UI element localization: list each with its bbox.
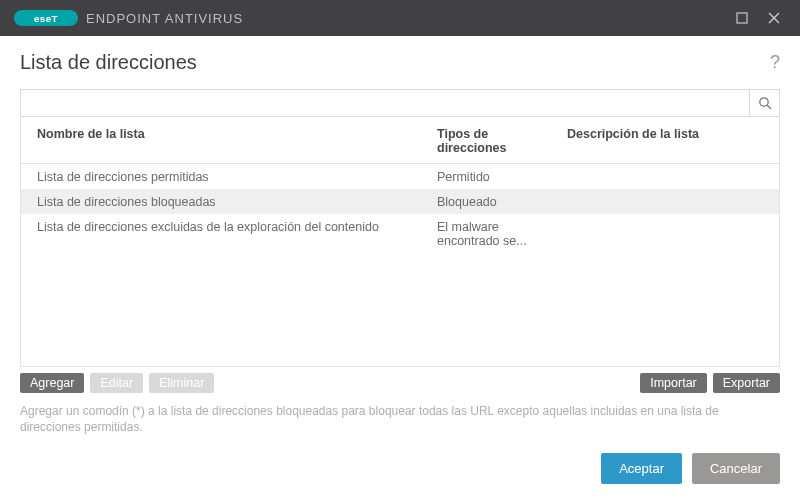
table-header: Nombre de la lista Tipos de direcciones … <box>21 119 779 164</box>
search-input[interactable] <box>21 90 749 116</box>
import-button[interactable]: Importar <box>640 373 707 393</box>
table-row[interactable]: Lista de direcciones bloqueadasBloqueado <box>21 189 779 214</box>
brand-logo: eseT <box>14 10 78 26</box>
hint-text: Agregar un comodín (*) a la lista de dir… <box>20 403 780 435</box>
delete-button[interactable]: Eliminar <box>149 373 214 393</box>
cell-type: El malware encontrado se... <box>421 214 551 253</box>
column-header-name[interactable]: Nombre de la lista <box>21 119 421 163</box>
address-list-table: Nombre de la lista Tipos de direcciones … <box>20 119 780 367</box>
edit-button[interactable]: Editar <box>90 373 143 393</box>
svg-rect-2 <box>737 13 747 23</box>
table-row[interactable]: Lista de direcciones permitidasPermitido <box>21 164 779 189</box>
page-title: Lista de direcciones <box>20 51 197 74</box>
help-icon[interactable]: ? <box>764 50 780 75</box>
titlebar: eseT ENDPOINT ANTIVIRUS <box>0 0 800 36</box>
search-button[interactable] <box>749 90 779 116</box>
cell-desc <box>551 214 779 253</box>
cell-type: Permitido <box>421 164 551 189</box>
table-row[interactable]: Lista de direcciones excluidas de la exp… <box>21 214 779 253</box>
footer-buttons: Aceptar Cancelar <box>20 435 780 484</box>
svg-line-6 <box>767 105 771 109</box>
svg-text:eseT: eseT <box>34 13 58 24</box>
cell-type: Bloqueado <box>421 189 551 214</box>
cell-name: Lista de direcciones excluidas de la exp… <box>21 214 421 253</box>
brand-text: ENDPOINT ANTIVIRUS <box>86 11 243 26</box>
cell-name: Lista de direcciones permitidas <box>21 164 421 189</box>
cell-desc <box>551 189 779 214</box>
cell-name: Lista de direcciones bloqueadas <box>21 189 421 214</box>
ok-button[interactable]: Aceptar <box>601 453 682 484</box>
column-header-type[interactable]: Tipos de direcciones <box>421 119 551 163</box>
svg-point-5 <box>759 98 767 106</box>
column-header-desc[interactable]: Descripción de la lista <box>551 119 779 163</box>
cell-desc <box>551 164 779 189</box>
action-row: Agregar Editar Eliminar Importar Exporta… <box>20 367 780 393</box>
app-window: eseT ENDPOINT ANTIVIRUS Lista de direcci… <box>0 0 800 500</box>
search-row <box>20 89 780 117</box>
cancel-button[interactable]: Cancelar <box>692 453 780 484</box>
table-body: Lista de direcciones permitidasPermitido… <box>21 164 779 366</box>
minimize-button[interactable] <box>726 0 758 36</box>
add-button[interactable]: Agregar <box>20 373 84 393</box>
export-button[interactable]: Exportar <box>713 373 780 393</box>
content-area: Lista de direcciones ? Nombre de la list… <box>0 36 800 500</box>
close-button[interactable] <box>758 0 790 36</box>
